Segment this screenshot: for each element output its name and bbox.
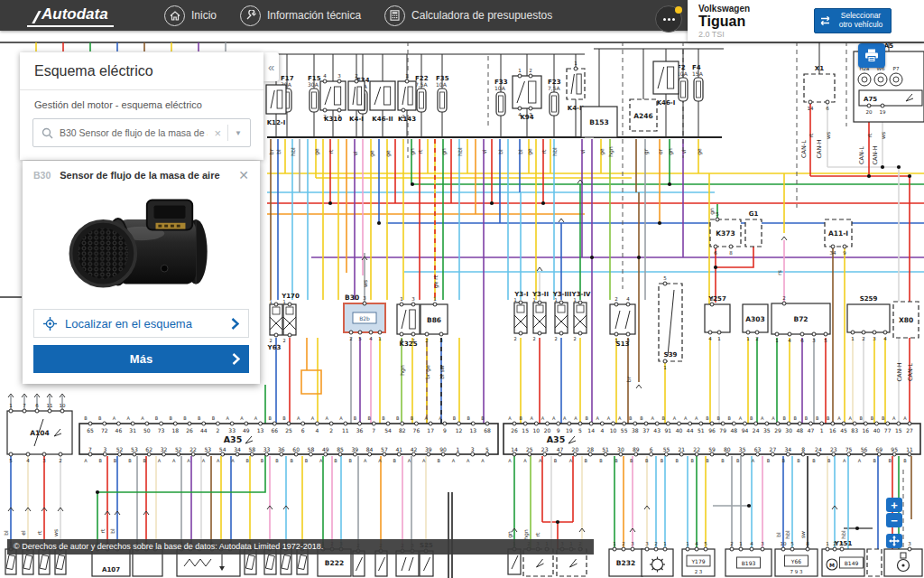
svg-text:K46-I: K46-I: [657, 99, 676, 107]
nav-calculadora[interactable]: Calculadora de presupuestos: [384, 5, 552, 26]
component-search[interactable]: B30 Sensor de flujo de la masa de aire ×…: [32, 118, 251, 147]
component-B86[interactable]: B86123: [420, 296, 448, 343]
svg-text:8: 8: [801, 446, 805, 452]
component-K94[interactable]: K941243: [513, 54, 541, 137]
pan-button[interactable]: [886, 534, 902, 548]
svg-text:B: B: [629, 415, 633, 421]
more-button[interactable]: Más: [33, 345, 249, 373]
svg-text:ws: ws: [362, 280, 368, 287]
select-vehicle-button[interactable]: Seleccionar otro vehículo: [814, 8, 892, 33]
component-Y63[interactable]: 12Y63: [267, 299, 282, 351]
component-F35[interactable]: F3510A: [436, 54, 449, 137]
svg-text:hbl: hbl: [840, 530, 846, 539]
component-B232[interactable]: B232123: [609, 541, 642, 576]
zoom-in-button[interactable]: +: [886, 498, 902, 512]
svg-text:35: 35: [763, 427, 771, 434]
svg-text:3: 3: [908, 541, 911, 546]
svg-text:5: 5: [716, 211, 719, 217]
close-icon[interactable]: ✕: [238, 169, 249, 182]
component-box[interactable]: 321: [642, 541, 673, 576]
svg-text:A: A: [319, 458, 323, 463]
component-X1[interactable]: X1146: [804, 42, 835, 111]
svg-text:B: B: [827, 458, 831, 463]
component-F22[interactable]: F227,5A: [415, 54, 429, 137]
svg-text:3: 3: [103, 446, 106, 452]
component-B193[interactable]: B1932143: [725, 541, 772, 576]
autodata-logo[interactable]: Autodata: [27, 5, 114, 27]
component-Y179[interactable]: Y1792 3145: [682, 541, 715, 576]
component-X80[interactable]: X80: [893, 302, 919, 338]
component-S259[interactable]: S2591234: [847, 295, 890, 341]
component-F23[interactable]: F237,5A: [548, 54, 561, 137]
component-K373[interactable]: K373568: [710, 211, 741, 256]
component-Y151[interactable]: B149Y151M125: [822, 540, 864, 576]
svg-text:rt: rt: [866, 133, 873, 137]
component-S39[interactable]: S3951: [659, 275, 682, 370]
svg-text:2: 2: [425, 338, 429, 343]
wrench-icon: [240, 5, 261, 26]
svg-text:A: A: [837, 415, 841, 421]
svg-text:bl: bl: [109, 528, 116, 534]
nav-informacion-tecnica[interactable]: Información técnica: [240, 5, 361, 26]
component-F33[interactable]: F3310A: [494, 54, 508, 137]
svg-text:45: 45: [840, 427, 847, 434]
svg-text:21: 21: [678, 446, 685, 452]
component-A11-I[interactable]: A11-I349: [825, 219, 852, 256]
svg-text:82: 82: [399, 427, 406, 434]
svg-text:A: A: [240, 415, 244, 421]
svg-text:4: 4: [695, 541, 698, 546]
component-K310[interactable]: K3104321: [320, 54, 346, 137]
component-K325[interactable]: K3251342: [397, 296, 420, 348]
component-F15[interactable]: F1530A: [308, 54, 321, 137]
component-Y257[interactable]: Y257341: [705, 295, 730, 341]
svg-text:el: el: [20, 530, 26, 536]
svg-text:A: A: [541, 415, 545, 421]
svg-text:1: 1: [826, 541, 829, 546]
svg-text:gn: gn: [506, 531, 513, 538]
svg-text:or: or: [657, 148, 663, 154]
print-button[interactable]: [858, 43, 885, 68]
svg-text:vi: vi: [579, 149, 586, 154]
svg-text:A: A: [254, 415, 258, 421]
locate-in-schematic-button[interactable]: Localizar en el esquema: [33, 309, 249, 338]
clear-search-icon[interactable]: ×: [214, 126, 221, 140]
notifications-button[interactable]: [655, 5, 682, 33]
svg-text:rt: rt: [534, 532, 541, 536]
component-K143[interactable]: K14312: [398, 54, 416, 137]
component-A303[interactable]: A30312: [743, 304, 768, 341]
ecu-connector-A35[interactable]: 26A15B10A20A9A19A5A14B4A10A55A38B37B43A9…: [504, 415, 920, 463]
svg-text:A: A: [531, 415, 534, 421]
component-G1[interactable]: G1: [745, 210, 762, 247]
component-B72[interactable]: B72214635: [772, 295, 830, 343]
svg-text:B: B: [99, 458, 103, 463]
svg-text:rt: rt: [99, 528, 106, 533]
svg-text:A: A: [339, 415, 343, 421]
svg-text:1: 1: [433, 296, 437, 302]
component-Y66[interactable]: Y667 9 31058: [775, 541, 818, 576]
svg-text:B: B: [599, 458, 603, 463]
svg-text:47: 47: [808, 427, 815, 434]
svg-text:B86: B86: [427, 316, 441, 324]
svg-text:39: 39: [425, 446, 432, 452]
svg-text:1: 1: [518, 68, 522, 73]
svg-text:gn: gn: [409, 148, 416, 155]
svg-text:14: 14: [587, 427, 595, 434]
svg-text:bl: bl: [775, 532, 781, 537]
svg-text:B193: B193: [742, 560, 756, 566]
nav-inicio[interactable]: Inicio: [164, 5, 217, 26]
component-F4[interactable]: F415A: [692, 49, 704, 137]
component-box[interactable]: [867, 549, 882, 576]
component-Y170[interactable]: 12Y170: [281, 293, 300, 343]
component-B153[interactable]: B153: [581, 49, 617, 137]
svg-text:30A: 30A: [308, 81, 319, 88]
component-K4-I[interactable]: K4-I2: [348, 54, 365, 137]
ecu-connector-A35[interactable]: 65B72B46A31A50A73B18B26B44B2B33A49A13A66…: [79, 415, 498, 463]
component-S13[interactable]: S132413: [610, 296, 635, 348]
component-B30[interactable]: B2bB3032541: [344, 294, 385, 341]
svg-text:rt: rt: [328, 149, 334, 154]
dropdown-icon[interactable]: ▼: [235, 129, 242, 137]
component-A104[interactable]: A10417611105432: [7, 403, 72, 463]
collapse-panel-button[interactable]: «: [263, 52, 279, 81]
zoom-out-button[interactable]: −: [886, 513, 902, 527]
component-K46-II[interactable]: K46-II: [370, 54, 395, 137]
